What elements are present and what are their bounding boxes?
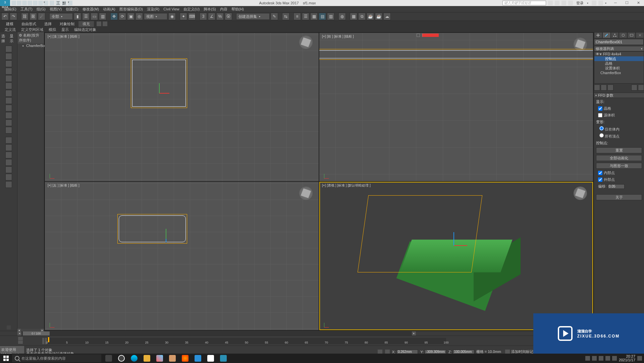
snaps-toggle-3-button[interactable]: 3 bbox=[200, 13, 207, 20]
stack-mod-ffd[interactable]: FFD 4x4x4 bbox=[603, 52, 621, 56]
stack-expand-icon[interactable]: ▾ bbox=[600, 52, 603, 56]
tray-ime-icon[interactable] bbox=[599, 356, 603, 361]
undo-button[interactable]: ↶ bbox=[1, 13, 9, 20]
align-button[interactable]: ≡ bbox=[293, 13, 301, 20]
offset-spinner[interactable]: ▴▾ bbox=[608, 184, 625, 189]
render-iterative-button[interactable]: ☕ bbox=[375, 13, 382, 20]
rb-inside-only[interactable]: 仅在体内 bbox=[599, 126, 642, 132]
login-caret-icon[interactable]: ▾ bbox=[587, 2, 590, 5]
help-caret-icon[interactable]: ▾ bbox=[605, 2, 608, 5]
app-icon-4[interactable] bbox=[205, 354, 217, 363]
tray-chevron-icon[interactable] bbox=[585, 356, 590, 361]
ribbon-tab-populate[interactable]: 填充 bbox=[78, 21, 94, 27]
leftbar-btn-9[interactable] bbox=[5, 105, 12, 111]
viewport-front[interactable]: [+] [前 ] [标准 ] [线框 ] bbox=[319, 33, 593, 181]
leftbar-btn-15[interactable] bbox=[5, 152, 12, 158]
tray-network-icon[interactable] bbox=[605, 356, 610, 361]
cb-lattice[interactable]: 晶格 bbox=[596, 106, 642, 111]
btn-animate-all[interactable]: 全部动画化 bbox=[596, 155, 642, 161]
leftbar-btn-2[interactable] bbox=[5, 53, 12, 60]
angle-snap-button[interactable]: ∠ bbox=[208, 13, 215, 20]
subtab-editselected[interactable]: 编辑选定对象 bbox=[71, 27, 99, 33]
percent-snap-button[interactable]: % bbox=[216, 13, 224, 20]
cb-source-volume[interactable]: 源体积 bbox=[596, 113, 642, 118]
viewport-label-persp[interactable]: [+] [透视 ] [标准 ] [默认明暗处理 ] bbox=[322, 183, 371, 188]
infocenter-binoculars-icon[interactable] bbox=[548, 1, 553, 5]
menu-content[interactable]: 内容 bbox=[218, 6, 229, 12]
app-icon-2[interactable] bbox=[166, 354, 178, 363]
leftbar-btn-18[interactable] bbox=[5, 174, 12, 180]
stack-remove-button[interactable] bbox=[631, 85, 637, 91]
move-button[interactable]: ✥ bbox=[110, 13, 118, 20]
expand-triangle-icon[interactable]: ◂ bbox=[22, 44, 23, 47]
subtab-flow[interactable]: 定义流 bbox=[2, 27, 18, 33]
stack-sub-setvolume[interactable]: 设置体积 bbox=[605, 66, 620, 71]
firefox-icon[interactable] bbox=[179, 354, 191, 363]
leftbar-btn-10[interactable] bbox=[5, 112, 12, 119]
info-search-input[interactable]: 键入关键字或短语 bbox=[502, 1, 546, 5]
redo-button[interactable]: ↷ bbox=[10, 13, 17, 20]
leftbar-btn-11[interactable] bbox=[5, 119, 12, 126]
qat-undo-icon[interactable] bbox=[28, 1, 32, 5]
ref-coord-combo[interactable]: 视图▾ bbox=[144, 13, 167, 20]
menu-script[interactable]: 脚本(S) bbox=[202, 6, 218, 12]
tray-onedrive-icon[interactable] bbox=[592, 356, 597, 361]
qat-save-icon[interactable] bbox=[22, 1, 27, 5]
trackbar-mini-btn-1[interactable] bbox=[18, 337, 23, 340]
scene-explorer-header[interactable]: ⚙ 名称(按升序排序) bbox=[17, 32, 44, 44]
spinner-snap-button[interactable]: ⦿ bbox=[225, 13, 232, 20]
tab-hierarchy[interactable] bbox=[611, 32, 619, 38]
stack-pin-button[interactable] bbox=[594, 85, 600, 91]
leftbar-btn-1[interactable] bbox=[5, 46, 12, 52]
named-selection-edit-button[interactable]: ✎ bbox=[271, 13, 278, 20]
viewcube-top[interactable] bbox=[299, 36, 313, 49]
named-selection-combo[interactable]: 创建选择集▾ bbox=[236, 13, 270, 20]
qat-new-icon[interactable] bbox=[11, 1, 16, 5]
render-production-button[interactable]: ☕ bbox=[367, 13, 374, 20]
unlink-button[interactable]: ⛓̷ bbox=[30, 13, 37, 20]
qat-redo-icon[interactable] bbox=[33, 1, 38, 5]
menu-views[interactable]: 视图(V) bbox=[48, 6, 64, 12]
select-by-name-button[interactable]: ☰ bbox=[82, 13, 90, 20]
layer-explorer-button[interactable]: ☰ bbox=[302, 13, 309, 20]
menu-animation[interactable]: 动画(A) bbox=[101, 6, 117, 12]
material-editor-button[interactable]: ◍ bbox=[338, 13, 346, 20]
leftbar-btn-4[interactable] bbox=[5, 68, 12, 74]
scenepane-tab-display[interactable]: 显示 bbox=[10, 34, 16, 44]
menu-civil[interactable]: Civil View bbox=[161, 7, 181, 11]
trackbar-key-marker[interactable] bbox=[48, 337, 49, 342]
viewcube-persp[interactable] bbox=[574, 187, 587, 200]
stack-sub-controlpoints[interactable]: 控制点 bbox=[605, 56, 616, 61]
mirror-button[interactable]: ⇆ bbox=[282, 13, 289, 20]
tab-utilities[interactable] bbox=[636, 32, 644, 38]
tray-notifications-icon[interactable] bbox=[637, 356, 642, 361]
menu-tools[interactable]: 工具(T) bbox=[18, 6, 35, 12]
selection-filter-combo[interactable]: 全部▾ bbox=[49, 13, 73, 20]
qat-open-icon[interactable] bbox=[17, 1, 21, 5]
cb-inside-points[interactable]: 内部点 bbox=[596, 170, 642, 175]
stack-configure-button[interactable] bbox=[638, 85, 644, 91]
start-button[interactable] bbox=[0, 354, 12, 363]
tab-motion[interactable] bbox=[619, 32, 627, 38]
modifier-stack[interactable]: 👁 ▾ FFD 4x4x4 控制点 晶格 设置体积 ChamferBox bbox=[594, 51, 644, 84]
workspace-selector[interactable]: 工作区: 默认 ▾ bbox=[50, 1, 72, 5]
menu-help[interactable]: 帮助(H) bbox=[229, 6, 246, 12]
workspace-caret-icon[interactable]: ▾ bbox=[68, 1, 72, 5]
curve-editor-button[interactable]: ▤ bbox=[319, 13, 326, 20]
leftbar-btn-12[interactable] bbox=[5, 127, 12, 134]
subtab-simulate[interactable]: 模拟 bbox=[46, 27, 59, 33]
stack-showresult-button[interactable] bbox=[601, 85, 607, 91]
menu-render[interactable]: 渲染(R) bbox=[145, 6, 161, 12]
select-region-rect-button[interactable]: ▭ bbox=[91, 13, 98, 20]
subtab-idle[interactable]: 定义空闲区域 bbox=[18, 27, 46, 33]
tray-volume-icon[interactable] bbox=[612, 356, 617, 361]
taskbar-clock[interactable]: 20:27 2021/1/17 bbox=[619, 355, 635, 362]
leftbar-btn-5[interactable] bbox=[5, 75, 12, 82]
trackbar-mini-btn-2[interactable] bbox=[18, 341, 23, 344]
leftbar-btn-16[interactable] bbox=[5, 159, 12, 166]
render-cloud-button[interactable]: ☁ bbox=[383, 13, 391, 20]
taskview-icon[interactable] bbox=[103, 354, 115, 363]
close-button[interactable]: ✕ bbox=[633, 0, 644, 6]
btn-conform[interactable]: 与图形一致 bbox=[596, 163, 642, 169]
app-icon-1[interactable] bbox=[154, 354, 166, 363]
